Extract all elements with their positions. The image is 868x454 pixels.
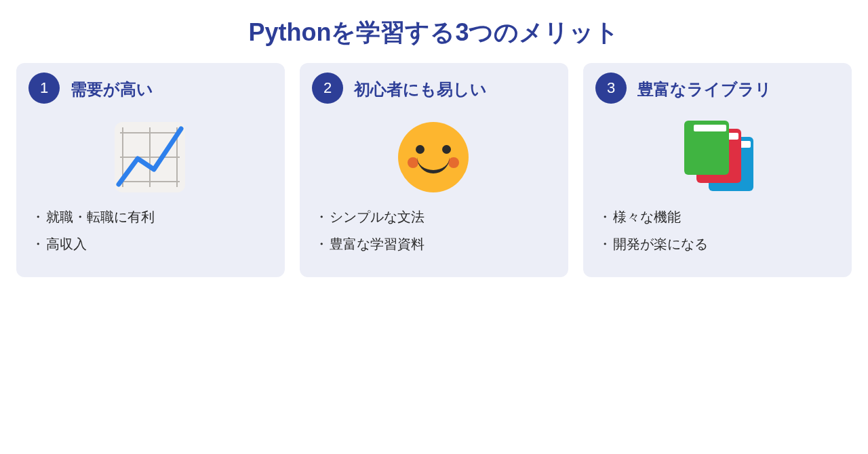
number-badge: 2 bbox=[312, 73, 343, 104]
card-3: 3 豊富なライブラリ 様々な機能 開発が楽になる bbox=[583, 63, 852, 277]
card-2: 2 初心者にも易しい シンプルな文法 豊富な学習資料 bbox=[300, 63, 568, 277]
card-title: 需要が高い bbox=[71, 79, 153, 100]
number-badge: 3 bbox=[595, 73, 627, 104]
card-header: 1 需要が高い bbox=[31, 75, 269, 104]
bullet-list: 就職・転職に有利 高収入 bbox=[31, 207, 269, 254]
bullet-list: 様々な機能 開発が楽になる bbox=[598, 207, 835, 254]
icon-area bbox=[31, 113, 269, 201]
card-header: 3 豊富なライブラリ bbox=[598, 75, 835, 104]
list-item: 就職・転職に有利 bbox=[43, 207, 269, 227]
books-icon bbox=[676, 121, 757, 194]
list-item: 豊富な学習資料 bbox=[327, 234, 552, 254]
number-badge: 1 bbox=[28, 73, 60, 104]
icon-area bbox=[315, 113, 552, 201]
icon-area bbox=[598, 113, 835, 201]
page-title: Pythonを学習する3つのメリット bbox=[0, 0, 868, 63]
list-item: 様々な機能 bbox=[610, 207, 835, 227]
list-item: 高収入 bbox=[43, 234, 269, 254]
card-header: 2 初心者にも易しい bbox=[315, 75, 552, 104]
cards-row: 1 需要が高い 就職・転職に有利 高収入 2 初 bbox=[0, 63, 868, 277]
list-item: シンプルな文法 bbox=[327, 207, 552, 227]
smiling-face-icon bbox=[398, 122, 469, 192]
card-title: 豊富なライブラリ bbox=[637, 79, 772, 100]
chart-up-icon bbox=[115, 122, 185, 192]
card-title: 初心者にも易しい bbox=[354, 79, 487, 100]
bullet-list: シンプルな文法 豊富な学習資料 bbox=[315, 207, 552, 254]
card-1: 1 需要が高い 就職・転職に有利 高収入 bbox=[16, 63, 285, 277]
list-item: 開発が楽になる bbox=[610, 234, 835, 254]
